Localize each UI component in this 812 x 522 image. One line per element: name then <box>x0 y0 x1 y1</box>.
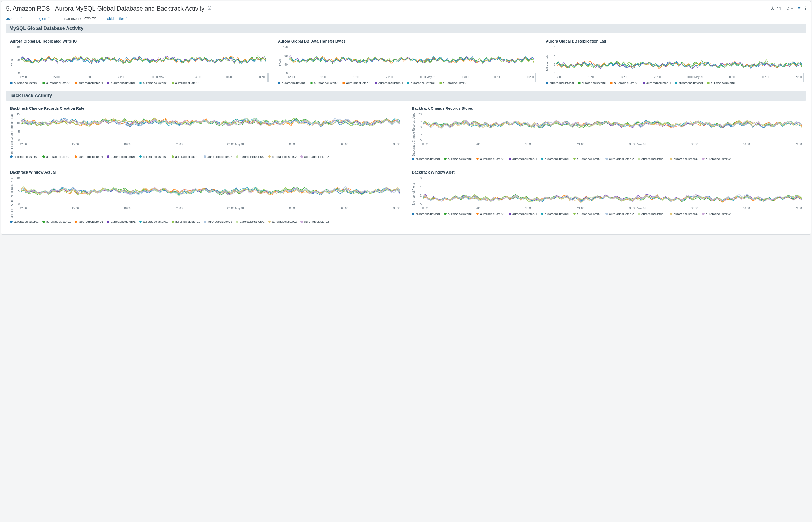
filter-region[interactable]: region * <box>37 16 55 21</box>
legend-item[interactable]: auroradbcluster01 <box>578 81 607 84</box>
svg-point-2 <box>805 8 806 9</box>
legend-item[interactable]: auroradbcluster02 <box>268 155 297 158</box>
legend-item[interactable]: auroradbcluster01 <box>107 155 136 158</box>
legend-item[interactable]: auroradbcluster01 <box>476 212 505 216</box>
legend-item[interactable]: auroradbcluster01 <box>412 212 440 216</box>
legend-item[interactable]: auroradbcluster02 <box>670 157 699 160</box>
legend-item[interactable]: auroradbcluster01 <box>310 81 339 84</box>
scrollbar-thumb[interactable] <box>535 73 537 82</box>
legend-item[interactable]: auroradbcluster01 <box>573 212 602 216</box>
legend-item[interactable]: auroradbcluster01 <box>546 81 575 84</box>
legend-swatch <box>342 82 345 84</box>
legend-label: auroradbcluster01 <box>378 81 403 84</box>
legend-item[interactable]: auroradbcluster02 <box>638 157 666 160</box>
x-ticks: 12:0015:0018:0021:0000:00 May 3103:0006:… <box>417 142 802 147</box>
legend-item[interactable]: auroradbcluster01 <box>172 81 200 84</box>
legend-item[interactable]: auroradbcluster01 <box>172 155 200 158</box>
legend-item[interactable]: auroradbcluster01 <box>107 220 136 223</box>
legend-item[interactable]: auroradbcluster01 <box>10 220 39 223</box>
legend-item[interactable]: auroradbcluster02 <box>670 212 699 216</box>
filter-account[interactable]: account * <box>6 16 27 21</box>
share-icon[interactable] <box>207 6 211 11</box>
legend-swatch <box>444 158 446 160</box>
legend-swatch <box>541 158 543 160</box>
legend-item[interactable]: auroradbcluster01 <box>439 81 468 84</box>
legend-item[interactable]: auroradbcluster01 <box>508 212 537 216</box>
legend-label: auroradbcluster02 <box>609 212 634 216</box>
time-range-selector[interactable]: -24h <box>771 6 782 11</box>
legend-item[interactable]: auroradbcluster01 <box>75 155 103 158</box>
legend-item[interactable]: auroradbcluster02 <box>605 157 634 160</box>
legend-item[interactable]: auroradbcluster01 <box>42 155 71 158</box>
chart-plot[interactable] <box>422 177 802 206</box>
more-menu[interactable] <box>805 6 806 11</box>
chart-plot[interactable] <box>21 177 400 206</box>
filter-toggle[interactable] <box>797 6 801 11</box>
legend-item[interactable]: auroradbcluster02 <box>236 220 265 223</box>
legend-swatch <box>236 155 238 158</box>
legend-item[interactable]: auroradbcluster01 <box>707 81 736 84</box>
legend-item[interactable]: auroradbcluster01 <box>10 81 39 84</box>
legend-item[interactable]: auroradbcluster02 <box>204 220 232 223</box>
legend-item[interactable]: auroradbcluster01 <box>75 81 103 84</box>
legend-item[interactable]: auroradbcluster01 <box>75 220 103 223</box>
legend-item[interactable]: auroradbcluster02 <box>702 157 731 160</box>
legend-label: auroradbcluster01 <box>78 155 103 158</box>
legend-label: auroradbcluster02 <box>609 157 634 160</box>
filter-namespace[interactable]: namespace aws/rds <box>64 16 98 21</box>
y-ticks: 20151050 <box>417 113 422 142</box>
legend-item[interactable]: auroradbcluster02 <box>702 212 731 216</box>
legend-item[interactable]: auroradbcluster01 <box>42 81 71 84</box>
legend-item[interactable]: auroradbcluster01 <box>42 220 71 223</box>
legend-item[interactable]: auroradbcluster02 <box>204 155 232 158</box>
legend-item[interactable]: auroradbcluster01 <box>139 81 168 84</box>
legend-item[interactable]: auroradbcluster01 <box>573 157 602 160</box>
legend-item[interactable]: auroradbcluster01 <box>541 212 569 216</box>
legend-item[interactable]: auroradbcluster01 <box>407 81 436 84</box>
legend-item[interactable]: auroradbcluster01 <box>375 81 403 84</box>
legend-item[interactable]: auroradbcluster01 <box>412 157 440 160</box>
chart-plot[interactable] <box>21 113 400 142</box>
legend-item[interactable]: auroradbcluster01 <box>643 81 671 84</box>
filter-icon <box>797 6 801 11</box>
chart-plot[interactable] <box>557 45 802 75</box>
legend-swatch <box>139 221 142 223</box>
legend-item[interactable]: auroradbcluster01 <box>610 81 639 84</box>
legend-item[interactable]: auroradbcluster01 <box>139 220 168 223</box>
legend-item[interactable]: auroradbcluster02 <box>638 212 666 216</box>
legend-item[interactable]: auroradbcluster02 <box>300 220 329 223</box>
legend-item[interactable]: auroradbcluster01 <box>172 220 200 223</box>
legend-item[interactable]: auroradbcluster02 <box>300 155 329 158</box>
legend-item[interactable]: auroradbcluster02 <box>268 220 297 223</box>
scrollbar-thumb[interactable] <box>803 73 804 82</box>
legend-item[interactable]: auroradbcluster01 <box>541 157 569 160</box>
legend-label: auroradbcluster01 <box>448 157 473 160</box>
legend-item[interactable]: auroradbcluster01 <box>444 157 473 160</box>
chart-plot[interactable] <box>289 45 534 75</box>
filter-dbidentifier[interactable]: dbidentifier * <box>107 16 133 21</box>
chart-plot[interactable] <box>21 45 266 75</box>
legend-item[interactable]: auroradbcluster01 <box>107 81 136 84</box>
refresh-icon <box>786 6 790 11</box>
legend-item[interactable]: auroradbcluster02 <box>605 212 634 216</box>
legend-item[interactable]: auroradbcluster01 <box>342 81 371 84</box>
legend-item[interactable]: auroradbcluster02 <box>236 155 265 158</box>
legend-label: auroradbcluster02 <box>674 157 699 160</box>
legend-item[interactable]: auroradbcluster01 <box>278 81 307 84</box>
scrollbar-thumb[interactable] <box>267 73 269 82</box>
panel-title: Aurora Global DB Data Transfer Bytes <box>278 39 534 43</box>
legend-item[interactable]: auroradbcluster01 <box>476 157 505 160</box>
legend-item[interactable]: auroradbcluster01 <box>139 155 168 158</box>
legend-item[interactable]: auroradbcluster01 <box>10 155 39 158</box>
legend-swatch <box>573 158 576 160</box>
legend-item[interactable]: auroradbcluster01 <box>444 212 473 216</box>
refresh-button[interactable] <box>786 6 793 11</box>
legend-swatch <box>75 155 77 158</box>
filter-label: namespace <box>64 17 82 21</box>
legend-swatch <box>236 221 238 223</box>
panel-title: Aurora Global DB Replicated Write IO <box>10 39 266 43</box>
header-row: 5. Amazon RDS - Aurora MySQL Global Data… <box>6 5 806 12</box>
legend-item[interactable]: auroradbcluster01 <box>675 81 704 84</box>
legend-item[interactable]: auroradbcluster01 <box>508 157 537 160</box>
chart-plot[interactable] <box>422 113 802 142</box>
